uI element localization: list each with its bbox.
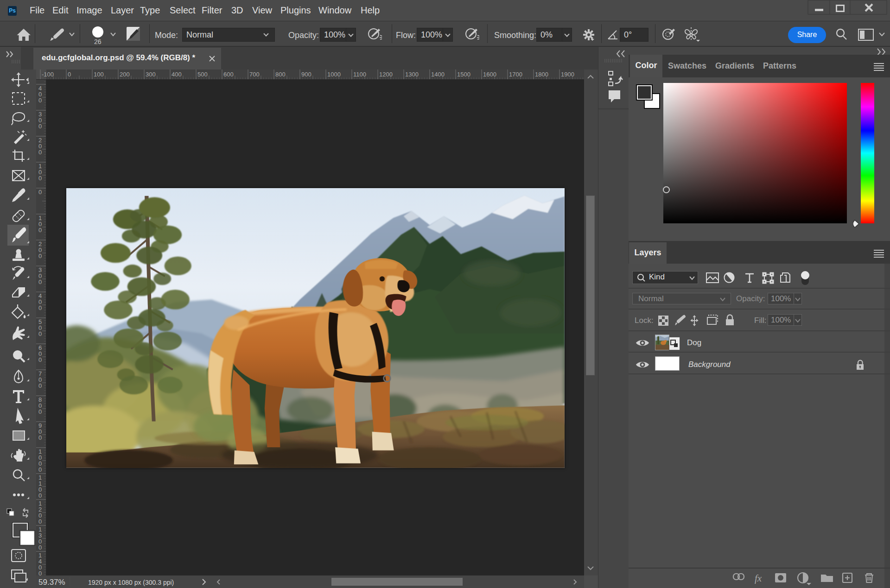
- svg-text:0: 0: [38, 466, 42, 473]
- svg-text:0: 0: [38, 123, 42, 130]
- svg-text:200: 200: [120, 71, 130, 78]
- svg-text:0: 0: [38, 570, 42, 575]
- svg-text:500: 500: [197, 71, 208, 78]
- svg-text:1500: 1500: [457, 71, 470, 78]
- svg-text:400: 400: [172, 71, 182, 78]
- svg-text:fx: fx: [755, 573, 762, 584]
- svg-text:900: 900: [301, 71, 312, 78]
- svg-text:0: 0: [38, 492, 42, 499]
- svg-text:1800: 1800: [535, 71, 548, 78]
- svg-text:0: 0: [38, 253, 42, 259]
- svg-text:0: 0: [38, 278, 42, 285]
- svg-text:0: 0: [38, 434, 42, 441]
- svg-text:600: 600: [223, 71, 234, 78]
- svg-text:0: 0: [38, 408, 42, 415]
- svg-text:1000: 1000: [327, 71, 341, 78]
- svg-text:0: 0: [38, 97, 42, 104]
- svg-text:0: 0: [38, 356, 42, 363]
- svg-text:0: 0: [38, 304, 42, 311]
- svg-text:0: 0: [38, 518, 42, 525]
- svg-text:0: 0: [38, 189, 42, 196]
- svg-text:0: 0: [38, 544, 42, 551]
- svg-text:1200: 1200: [379, 71, 393, 78]
- svg-text:800: 800: [275, 71, 286, 78]
- svg-text:1900: 1900: [561, 71, 574, 78]
- svg-text:-100: -100: [42, 71, 54, 78]
- svg-text:1600: 1600: [483, 71, 496, 78]
- svg-text:0: 0: [38, 227, 42, 234]
- svg-text:0: 0: [38, 382, 42, 389]
- svg-text:1100: 1100: [353, 71, 366, 78]
- svg-text:0: 0: [68, 71, 71, 78]
- svg-text:700: 700: [249, 71, 260, 78]
- svg-text:0: 0: [38, 149, 42, 156]
- svg-text:1400: 1400: [431, 71, 445, 78]
- svg-text:100: 100: [94, 71, 104, 78]
- svg-text:0: 0: [38, 330, 42, 337]
- svg-text:1700: 1700: [509, 71, 522, 78]
- svg-text:300: 300: [146, 71, 156, 78]
- svg-text:0: 0: [38, 175, 42, 182]
- svg-text:1300: 1300: [405, 71, 419, 78]
